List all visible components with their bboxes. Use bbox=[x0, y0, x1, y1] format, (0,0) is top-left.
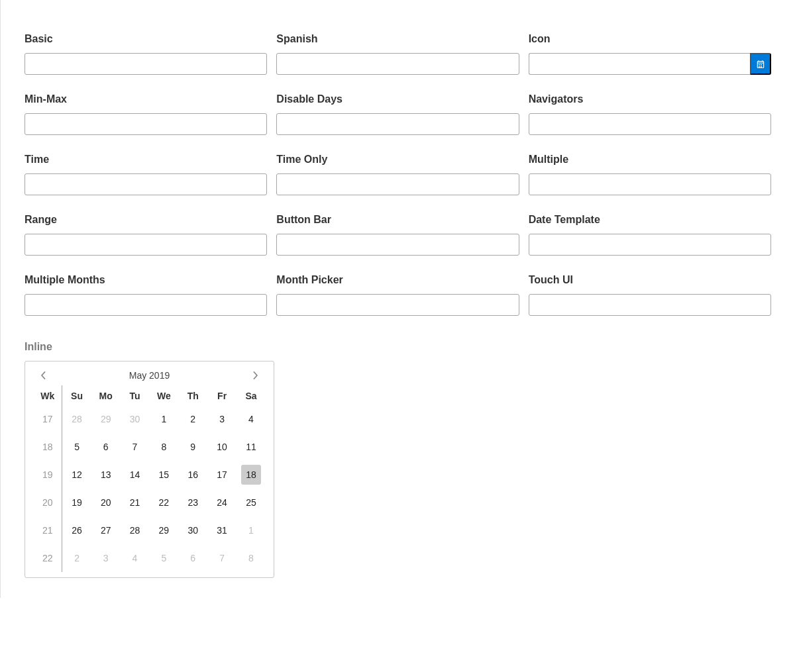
input-date-template[interactable] bbox=[529, 234, 771, 256]
input-time-only[interactable] bbox=[276, 173, 519, 195]
calendar-day[interactable]: 23 bbox=[178, 489, 207, 516]
calendar-day[interactable]: 9 bbox=[178, 433, 207, 461]
input-time[interactable] bbox=[25, 173, 267, 195]
calendar-day[interactable]: 15 bbox=[149, 461, 178, 489]
calendar-week-row: 2019202122232425 bbox=[33, 489, 266, 516]
field-button-bar: Button Bar bbox=[276, 214, 519, 256]
calendar-day[interactable]: 2 bbox=[178, 405, 207, 433]
label-disable-days: Disable Days bbox=[276, 93, 519, 105]
inline-label: Inline bbox=[25, 341, 771, 353]
input-multiple[interactable] bbox=[529, 173, 771, 195]
calendar-weekday-th: Th bbox=[178, 385, 207, 405]
calendar-day[interactable]: 6 bbox=[91, 433, 121, 461]
calendar-day[interactable]: 13 bbox=[91, 461, 121, 489]
calendar-week-row: 172829301234 bbox=[33, 405, 266, 433]
calendar-day[interactable]: 5 bbox=[62, 433, 91, 461]
calendar-week-number: 21 bbox=[33, 516, 62, 544]
field-time: Time bbox=[25, 154, 267, 195]
calendar-day[interactable]: 14 bbox=[121, 461, 150, 489]
field-month-picker: Month Picker bbox=[276, 274, 519, 316]
calendar-week-row: 18567891011 bbox=[33, 433, 266, 461]
calendar-day[interactable]: 11 bbox=[237, 433, 266, 461]
calendar-week-number: 18 bbox=[33, 433, 62, 461]
calendar-day[interactable]: 29 bbox=[149, 516, 178, 544]
input-min-max[interactable] bbox=[25, 113, 267, 135]
field-min-max: Min-Max bbox=[25, 93, 267, 135]
calendar-week-number: 20 bbox=[33, 489, 62, 516]
calendar-week-row: 1912131415161718 bbox=[33, 461, 266, 489]
field-navigators: Navigators bbox=[529, 93, 771, 135]
label-basic: Basic bbox=[25, 33, 267, 45]
label-range: Range bbox=[25, 214, 267, 226]
calendar-day[interactable]: 17 bbox=[207, 461, 237, 489]
calendar-day: 30 bbox=[121, 405, 150, 433]
label-icon: Icon bbox=[529, 33, 771, 45]
calendar-day: 6 bbox=[178, 544, 207, 572]
calendar-day[interactable]: 25 bbox=[237, 489, 266, 516]
calendar-day[interactable]: 4 bbox=[237, 405, 266, 433]
field-time-only: Time Only bbox=[276, 154, 519, 195]
calendar-day[interactable]: 16 bbox=[178, 461, 207, 489]
calendar-title[interactable]: May 2019 bbox=[129, 370, 170, 381]
field-basic: Basic bbox=[25, 33, 267, 75]
calendar-day: 28 bbox=[62, 405, 91, 433]
input-range[interactable] bbox=[25, 234, 267, 256]
calendar-weekday-wk: Wk bbox=[33, 385, 62, 405]
calendar-day[interactable]: 19 bbox=[62, 489, 91, 516]
calendar-trigger-button[interactable] bbox=[750, 53, 771, 75]
calendar-day[interactable]: 18 bbox=[237, 461, 266, 489]
label-spanish: Spanish bbox=[276, 33, 519, 45]
calendar-week-row: 222345678 bbox=[33, 544, 266, 572]
calendar-day: 1 bbox=[237, 516, 266, 544]
calendar-weekday-tu: Tu bbox=[121, 385, 150, 405]
calendar-day: 2 bbox=[62, 544, 91, 572]
input-touch-ui[interactable] bbox=[529, 294, 771, 316]
calendar-day[interactable]: 30 bbox=[178, 516, 207, 544]
calendar-weekday-mo: Mo bbox=[91, 385, 121, 405]
input-button-bar[interactable] bbox=[276, 234, 519, 256]
input-month-picker[interactable] bbox=[276, 294, 519, 316]
calendar-day[interactable]: 20 bbox=[91, 489, 121, 516]
calendar-day[interactable]: 10 bbox=[207, 433, 237, 461]
calendar-day[interactable]: 24 bbox=[207, 489, 237, 516]
input-icon[interactable] bbox=[529, 53, 750, 75]
calendar-weekday-we: We bbox=[149, 385, 178, 405]
calendar-weekday-su: Su bbox=[62, 385, 91, 405]
calendar-day[interactable]: 22 bbox=[149, 489, 178, 516]
input-spanish[interactable] bbox=[276, 53, 519, 75]
input-disable-days[interactable] bbox=[276, 113, 519, 135]
calendar-day[interactable]: 28 bbox=[121, 516, 150, 544]
label-min-max: Min-Max bbox=[25, 93, 267, 105]
calendar-day[interactable]: 21 bbox=[121, 489, 150, 516]
calendar-day[interactable]: 1 bbox=[149, 405, 178, 433]
calendar-prev-button[interactable] bbox=[37, 369, 49, 381]
calendar-grid: Wk Su Mo Tu We Th Fr Sa 1728293012341856… bbox=[33, 385, 266, 572]
calendar-day[interactable]: 12 bbox=[62, 461, 91, 489]
calendar-icon bbox=[756, 60, 765, 69]
calendar-day: 3 bbox=[91, 544, 121, 572]
label-month-picker: Month Picker bbox=[276, 274, 519, 286]
calendar-week-row: 212627282930311 bbox=[33, 516, 266, 544]
field-disable-days: Disable Days bbox=[276, 93, 519, 135]
field-range: Range bbox=[25, 214, 267, 256]
input-basic[interactable] bbox=[25, 53, 267, 75]
calendar-day[interactable]: 27 bbox=[91, 516, 121, 544]
calendar-day[interactable]: 26 bbox=[62, 516, 91, 544]
calendar-day[interactable]: 8 bbox=[149, 433, 178, 461]
calendar-day[interactable]: 31 bbox=[207, 516, 237, 544]
field-touch-ui: Touch UI bbox=[529, 274, 771, 316]
calendar-day: 8 bbox=[237, 544, 266, 572]
label-date-template: Date Template bbox=[529, 214, 771, 226]
input-navigators[interactable] bbox=[529, 113, 771, 135]
label-button-bar: Button Bar bbox=[276, 214, 519, 226]
field-multiple: Multiple bbox=[529, 154, 771, 195]
input-multiple-months[interactable] bbox=[25, 294, 267, 316]
calendar-day[interactable]: 7 bbox=[121, 433, 150, 461]
calendar-next-button[interactable] bbox=[250, 369, 262, 381]
calendar-day: 29 bbox=[91, 405, 121, 433]
field-multiple-months: Multiple Months bbox=[25, 274, 267, 316]
field-icon: Icon bbox=[529, 33, 771, 75]
calendar-day: 7 bbox=[207, 544, 237, 572]
calendar-day: 4 bbox=[121, 544, 150, 572]
calendar-day[interactable]: 3 bbox=[207, 405, 237, 433]
